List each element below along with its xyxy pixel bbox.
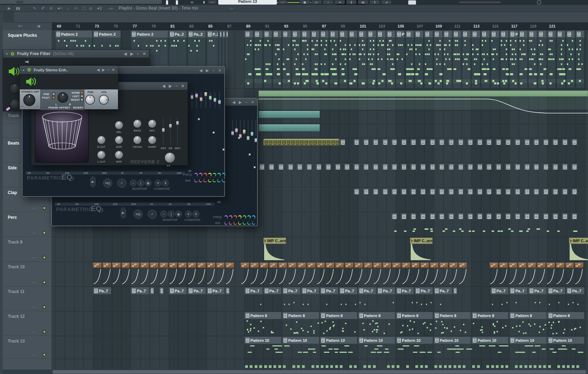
clip-menu-icon[interactable] xyxy=(402,165,406,169)
clip-menu-icon[interactable] xyxy=(473,313,476,318)
clip-menu-icon[interactable] xyxy=(341,140,345,145)
automation-clip-teal[interactable] xyxy=(259,124,320,132)
mini-clip[interactable] xyxy=(297,164,303,170)
clip-menu-icon[interactable] xyxy=(284,338,287,343)
clip-menu-icon[interactable] xyxy=(151,288,154,293)
clip-menu-icon[interactable] xyxy=(435,32,439,36)
clip-name-bar[interactable]: ⊦IMP C..arm 2 xyxy=(263,238,286,244)
pattern-selector[interactable]: Pattern 13 xyxy=(218,0,277,5)
clip-name-bar[interactable] xyxy=(462,30,471,38)
automation-clip-brown[interactable] xyxy=(345,263,354,285)
pattern-clip[interactable]: Pa..7 xyxy=(339,287,357,294)
output-knob[interactable] xyxy=(164,152,176,163)
pattern-clip[interactable]: Pa..7 xyxy=(415,287,433,294)
pattern-clip[interactable] xyxy=(358,30,367,88)
pattern-clip[interactable] xyxy=(320,30,329,88)
clip-menu-icon[interactable] xyxy=(516,165,519,169)
clip-name-strip[interactable] xyxy=(402,263,410,268)
send-slider-handle[interactable] xyxy=(162,128,165,132)
pattern-clip[interactable]: Pattern 10 xyxy=(434,337,471,358)
pattern-clip[interactable]: Pa xyxy=(509,30,518,88)
clip-name-strip[interactable] xyxy=(93,263,102,268)
clip-name-bar[interactable] xyxy=(244,30,253,38)
clip-menu-icon[interactable] xyxy=(487,214,491,219)
topbar-button[interactable]: ▦ xyxy=(299,0,310,4)
eq-compare-button[interactable]: ▼ xyxy=(185,211,192,217)
clip-menu-icon[interactable] xyxy=(393,165,396,169)
clip-menu-icon[interactable] xyxy=(327,140,330,145)
clip-name-bar[interactable]: ⊦IMP C..arm 2 xyxy=(410,238,433,244)
clip-menu-icon[interactable] xyxy=(208,32,212,36)
clip-menu-icon[interactable] xyxy=(440,165,444,169)
clip-menu-icon[interactable] xyxy=(274,32,278,36)
clip-menu-icon[interactable] xyxy=(525,214,529,219)
clip-menu-icon[interactable] xyxy=(563,189,567,194)
pattern-clip[interactable] xyxy=(377,30,386,88)
vol-knob[interactable] xyxy=(99,95,109,105)
mute-dot[interactable] xyxy=(43,305,46,309)
mini-clip[interactable] xyxy=(495,164,501,170)
clip-menu-icon[interactable] xyxy=(459,165,463,169)
clip-menu-icon[interactable] xyxy=(246,32,249,36)
automation-clip-brown[interactable] xyxy=(335,263,344,285)
automation-clip-brown[interactable] xyxy=(537,263,546,285)
clip-menu-icon[interactable] xyxy=(454,32,458,36)
pattern-clip[interactable] xyxy=(453,30,462,88)
clip-menu-icon[interactable] xyxy=(224,32,225,36)
eq-hq-button[interactable]: HQ xyxy=(103,179,112,188)
pattern-clip[interactable] xyxy=(481,30,490,88)
filter-freq-knob[interactable] xyxy=(9,83,20,94)
clip-menu-icon[interactable] xyxy=(296,140,299,145)
eq-freq-knob[interactable] xyxy=(233,215,237,219)
automation-clip-teal[interactable] xyxy=(259,111,320,118)
clip-name-bar[interactable]: Pattern 10 xyxy=(244,337,281,344)
pattern-clip[interactable] xyxy=(528,30,537,88)
clip-menu-icon[interactable] xyxy=(355,165,358,169)
mini-clip[interactable] xyxy=(458,139,464,145)
mini-clip-selected[interactable] xyxy=(313,139,317,145)
mini-clip[interactable] xyxy=(524,164,530,170)
clip-menu-icon[interactable] xyxy=(255,32,259,36)
pattern-clip[interactable] xyxy=(386,30,395,88)
filter-q-knob[interactable] xyxy=(9,99,20,110)
slip-tool-icon[interactable]: ↔ xyxy=(66,6,70,11)
pattern-clip[interactable]: Pattern 8 xyxy=(547,312,584,335)
clip-menu-icon[interactable] xyxy=(435,313,439,318)
automation-clip-brown[interactable] xyxy=(430,263,439,285)
mini-clip[interactable] xyxy=(533,139,539,145)
pattern-clip[interactable]: Pa..7 xyxy=(491,287,509,294)
mini-clip[interactable] xyxy=(439,164,445,170)
reeverb-knob-del[interactable] xyxy=(114,121,124,130)
mini-clip[interactable] xyxy=(391,188,397,195)
pattern-clip[interactable] xyxy=(576,30,584,88)
clip-name-bar[interactable]: Pa..7 xyxy=(282,287,301,294)
minimize-icon[interactable]: − xyxy=(175,84,177,88)
pattern-clip[interactable] xyxy=(471,30,480,88)
mini-clip[interactable] xyxy=(420,188,426,195)
clip-menu-icon[interactable] xyxy=(336,165,340,169)
mini-clip[interactable] xyxy=(439,139,445,145)
clip-menu-icon[interactable] xyxy=(577,32,581,36)
clip-name-bar[interactable]: Pa..7 xyxy=(415,287,433,294)
clip-menu-icon[interactable] xyxy=(265,32,268,36)
pattern-clip[interactable]: Pattern 8 xyxy=(358,312,395,335)
clip-name-bar[interactable]: Pa..2 xyxy=(169,30,187,38)
clip-name-strip[interactable] xyxy=(392,263,401,268)
pattern-step-up[interactable]: ▲▼ xyxy=(278,0,287,4)
clip-menu-icon[interactable] xyxy=(539,32,543,36)
eq-bw-knob[interactable] xyxy=(233,221,237,225)
clip-menu-icon[interactable] xyxy=(554,165,557,169)
clip-menu-icon[interactable] xyxy=(511,338,514,343)
clip-menu-icon[interactable] xyxy=(487,189,491,194)
automation-clip-brown[interactable] xyxy=(131,263,139,285)
mini-clip[interactable] xyxy=(467,188,473,195)
automation-clip-brown[interactable] xyxy=(420,263,429,285)
clip-menu-icon[interactable] xyxy=(189,32,192,36)
pattern-clip[interactable] xyxy=(349,30,357,88)
clip-menu-icon[interactable] xyxy=(284,313,287,318)
clip-menu-icon[interactable] xyxy=(549,338,552,343)
mini-clip[interactable] xyxy=(543,188,549,195)
clip-menu-icon[interactable] xyxy=(298,165,302,169)
mini-clip-selected[interactable] xyxy=(273,139,277,145)
automation-clip-brown[interactable] xyxy=(411,263,420,285)
